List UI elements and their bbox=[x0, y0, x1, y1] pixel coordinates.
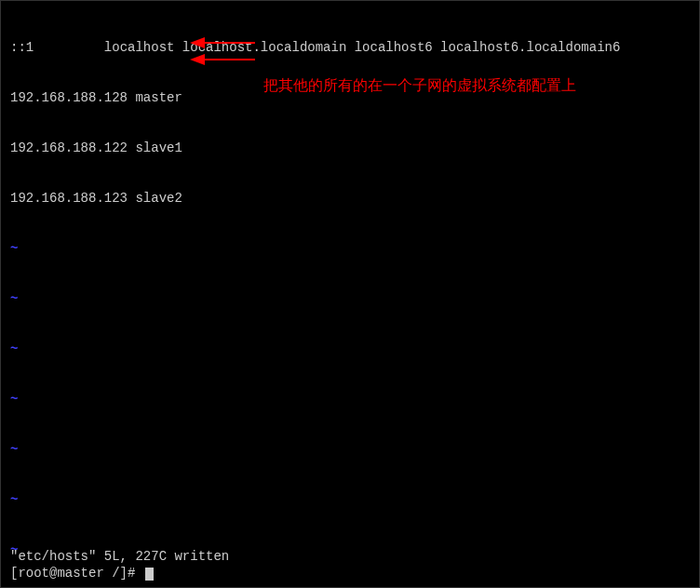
hosts-line-master: 192.168.188.128 master bbox=[10, 89, 690, 106]
cursor-icon bbox=[145, 568, 154, 581]
vim-status-line: "etc/hosts" 5L, 227C written bbox=[10, 548, 229, 565]
empty-line-tilde: ~ bbox=[10, 240, 690, 257]
hosts-line-slave2: 192.168.188.123 slave2 bbox=[10, 190, 690, 207]
empty-line-tilde: ~ bbox=[10, 391, 690, 408]
hosts-line-slave1: 192.168.188.122 slave1 bbox=[10, 140, 690, 156]
empty-line-tilde: ~ bbox=[10, 290, 690, 307]
terminal-window[interactable]: ::1 localhost localhost.localdomain loca… bbox=[1, 1, 699, 587]
empty-line-tilde: ~ bbox=[10, 341, 690, 357]
hosts-line-localhost: ::1 localhost localhost.localdomain loca… bbox=[10, 39, 690, 56]
empty-line-tilde: ~ bbox=[10, 491, 690, 508]
empty-line-tilde: ~ bbox=[10, 441, 690, 458]
shell-prompt[interactable]: [root@master /]# bbox=[10, 565, 154, 581]
